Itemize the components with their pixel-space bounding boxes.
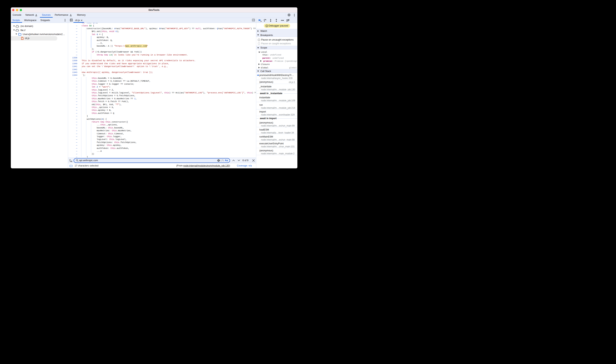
svg-text:B: B <box>71 160 72 162</box>
svg-text:A: A <box>70 159 70 161</box>
